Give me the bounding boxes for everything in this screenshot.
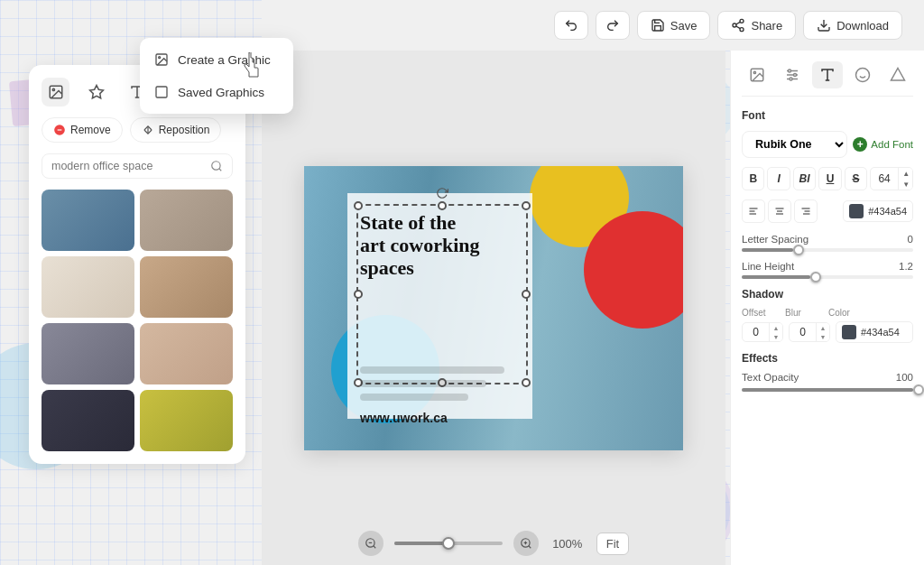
align-right-button[interactable] — [794, 199, 818, 223]
canvas-area: State of the art coworking spaces www.uw… — [262, 51, 725, 565]
svg-line-22 — [219, 169, 222, 171]
shadow-color-swatch[interactable]: #434a54 — [836, 321, 913, 343]
align-center-button[interactable] — [768, 199, 791, 223]
font-row: Rubik One + Add Font — [742, 131, 913, 158]
list-item[interactable] — [42, 190, 134, 251]
svg-line-4 — [736, 22, 741, 24]
list-item[interactable] — [42, 323, 134, 384]
effects-section: Effects Text Opacity 100 — [742, 352, 913, 392]
text-opacity-slider[interactable] — [742, 388, 913, 392]
letter-spacing-value: 0 — [908, 234, 913, 245]
create-graphic-item[interactable]: Create a Graphic — [140, 43, 293, 76]
reposition-label: Reposition — [159, 124, 210, 136]
text-opacity-row: Text Opacity 100 — [742, 372, 913, 383]
svg-line-3 — [736, 26, 741, 29]
saved-graphics-item[interactable]: Saved Graphics — [140, 76, 293, 108]
color-hex-label: #434a54 — [868, 206, 907, 217]
list-item[interactable] — [140, 323, 233, 384]
canvas-subtitle-lines — [360, 366, 504, 401]
list-item[interactable] — [140, 256, 233, 318]
svg-point-1 — [733, 23, 736, 27]
saved-graphics-label: Saved Graphics — [178, 86, 264, 99]
rpanel-tab-image[interactable] — [742, 61, 773, 88]
rpanel-tab-shapes[interactable] — [882, 61, 913, 88]
svg-point-21 — [212, 162, 220, 170]
remove-button[interactable]: Remove — [42, 117, 123, 143]
rpanel-tab-adjust[interactable] — [777, 61, 808, 88]
text-color-swatch[interactable]: #434a54 — [843, 200, 913, 222]
line-height-value: 1.2 — [899, 261, 913, 272]
italic-button[interactable]: I — [767, 167, 790, 190]
add-font-button[interactable]: + Add Font — [853, 137, 913, 152]
format-buttons: B I BI U S 64 ▲ ▼ — [742, 167, 913, 190]
effects-label: Effects — [742, 352, 913, 365]
shadow-column-labels: Offset Blur Color — [742, 308, 913, 318]
list-item[interactable] — [140, 390, 233, 451]
text-opacity-value: 100 — [896, 372, 913, 383]
svg-point-40 — [855, 69, 869, 82]
shadow-color-label: #434a54 — [861, 327, 900, 338]
zoom-slider[interactable] — [394, 542, 503, 545]
top-bar: Save Share Download — [0, 0, 924, 51]
svg-point-2 — [740, 28, 744, 32]
offset-label: Offset — [742, 308, 780, 318]
font-size-down[interactable]: ▼ — [899, 179, 913, 190]
canvas-wrapper[interactable]: State of the art coworking spaces www.uw… — [304, 166, 683, 450]
list-item[interactable] — [42, 256, 134, 318]
font-size-up[interactable]: ▲ — [899, 168, 913, 179]
zoom-in-button[interactable] — [513, 531, 539, 556]
shadow-section: Shadow Offset Blur Color 0 ▲ ▼ 0 ▲ ▼ — [742, 288, 913, 343]
add-font-label: Add Font — [871, 139, 913, 150]
list-item[interactable] — [140, 190, 233, 251]
svg-line-24 — [373, 546, 375, 549]
blur-value: 0 — [790, 323, 816, 341]
offset-up[interactable]: ▲ — [770, 323, 782, 332]
list-item[interactable] — [42, 390, 134, 451]
offset-down[interactable]: ▼ — [770, 332, 782, 341]
search-input[interactable] — [51, 160, 205, 172]
bold-button[interactable]: B — [742, 167, 764, 190]
redo-button[interactable] — [596, 11, 630, 40]
strikethrough-button[interactable]: S — [845, 167, 867, 190]
line-height-slider[interactable] — [742, 275, 913, 279]
svg-point-31 — [754, 71, 756, 73]
fit-button[interactable]: Fit — [596, 533, 629, 555]
blur-down[interactable]: ▼ — [817, 332, 829, 341]
canvas-text-line1: State of the — [360, 211, 480, 234]
undo-button[interactable] — [554, 11, 588, 40]
save-label: Save — [670, 19, 698, 32]
zoom-out-button[interactable] — [358, 531, 383, 556]
tab-images[interactable] — [42, 78, 69, 107]
offset-input[interactable]: 0 ▲ ▼ — [742, 322, 783, 342]
reposition-button[interactable]: Reposition — [130, 117, 222, 143]
svg-point-35 — [789, 69, 791, 72]
align-row: #434a54 — [742, 199, 913, 223]
canvas-text-line3: spaces — [360, 256, 480, 279]
svg-point-0 — [740, 19, 744, 23]
remove-label: Remove — [70, 124, 111, 136]
blur-input[interactable]: 0 ▲ ▼ — [789, 322, 830, 342]
rpanel-tab-text[interactable] — [812, 61, 844, 88]
zoom-value: 100% — [550, 537, 586, 551]
underline-button[interactable]: U — [818, 167, 841, 190]
download-button[interactable]: Download — [803, 11, 902, 40]
shadow-color-box — [842, 325, 856, 339]
canvas-main-text: State of the art coworking spaces — [360, 211, 480, 280]
bold-italic-button[interactable]: BI — [793, 167, 816, 190]
font-size-control: 64 ▲ ▼ — [870, 167, 913, 190]
search-box[interactable] — [42, 153, 233, 179]
dropdown-menu: Create a Graphic Saved Graphics — [140, 38, 293, 114]
save-button[interactable]: Save — [637, 11, 711, 40]
rpanel-tab-emoji[interactable] — [846, 61, 878, 88]
share-button[interactable]: Share — [717, 11, 796, 40]
color-label: Color — [828, 308, 913, 318]
letter-spacing-slider[interactable] — [742, 248, 913, 252]
svg-point-36 — [794, 74, 797, 77]
blur-up[interactable]: ▲ — [817, 323, 829, 332]
tab-elements[interactable] — [82, 78, 110, 107]
download-label: Download — [836, 19, 889, 32]
offset-value: 0 — [743, 323, 769, 341]
align-left-button[interactable] — [742, 199, 765, 223]
share-label: Share — [751, 19, 782, 32]
font-select[interactable]: Rubik One — [742, 131, 847, 158]
